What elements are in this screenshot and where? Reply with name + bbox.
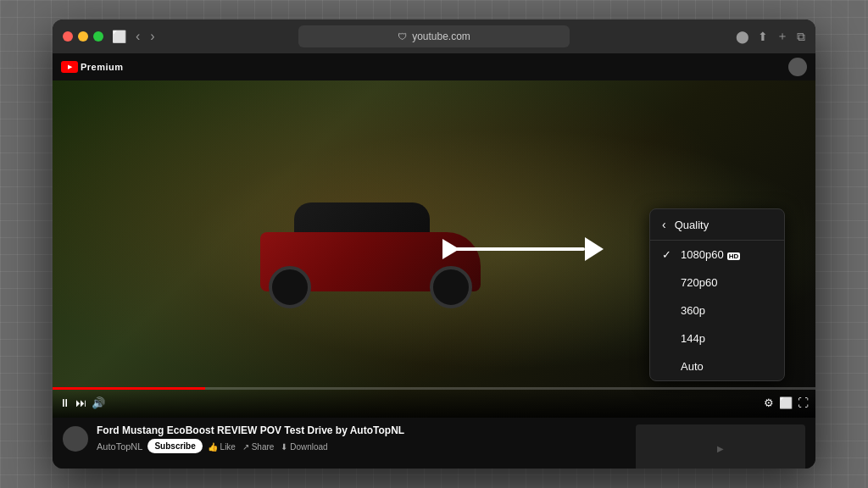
video-container[interactable]: ‹ Quality ✓ 1080p60HD 720p60 360p 144p [53, 80, 815, 418]
channel-row: AutoTopNL Subscribe 👍 Like ↗ Share ⬇ Dow… [97, 439, 627, 453]
download-button[interactable]: ⬇ Download [281, 442, 327, 452]
video-actions: 👍 Like ↗ Share ⬇ Download [208, 442, 328, 452]
quality-label-1080p60: 1080p60HD [681, 248, 740, 261]
hd-badge: HD [727, 252, 741, 260]
url-text: youtube.com [412, 30, 470, 42]
recommended-thumbnail[interactable]: ▶ [636, 424, 805, 469]
share-button[interactable]: ↗ Share [242, 442, 274, 452]
annotation-arrow [449, 237, 604, 261]
back-nav-button[interactable]: ‹ [132, 29, 143, 44]
progress-bar[interactable] [53, 387, 815, 390]
check-icon: ✓ [662, 248, 674, 261]
tab-icon: ⬜ [112, 30, 125, 43]
car-wheel-right [430, 266, 472, 308]
settings-button[interactable]: ⚙ [764, 396, 774, 409]
controls-right: ⚙ ⬜ ⛶ [764, 396, 809, 409]
close-button[interactable] [63, 31, 73, 42]
address-bar[interactable]: 🛡 youtube.com [298, 25, 570, 47]
quality-label-auto: Auto [681, 360, 704, 373]
tabs-icon[interactable]: ⧉ [797, 30, 805, 44]
video-details: Ford Mustang EcoBoost REVIEW POV Test Dr… [97, 424, 627, 453]
youtube-logo-icon [61, 61, 78, 73]
browser-window: ⬜ ‹ › 🛡 youtube.com ⬤ ⬆ ＋ ⧉ Premium [53, 19, 815, 469]
subscribe-button[interactable]: Subscribe [147, 439, 202, 453]
play-button[interactable]: ⏸ [59, 396, 70, 409]
quality-menu-header: ‹ Quality [650, 209, 784, 241]
maximize-button[interactable] [93, 31, 103, 42]
quality-menu-title: Quality [675, 219, 709, 231]
quality-back-button[interactable]: ‹ [662, 218, 666, 231]
nav-buttons: ‹ › [132, 29, 159, 44]
tab-controls: ⬜ [112, 30, 125, 43]
traffic-lights [63, 31, 103, 42]
video-title: Ford Mustang EcoBoost REVIEW POV Test Dr… [97, 424, 627, 436]
quality-option-1080p60[interactable]: ✓ 1080p60HD [650, 241, 784, 269]
quality-label-144p: 144p [681, 332, 705, 345]
title-bar: ⬜ ‹ › 🛡 youtube.com ⬤ ⬆ ＋ ⧉ [53, 19, 815, 53]
quality-option-auto[interactable]: Auto [650, 352, 784, 380]
youtube-logo: Premium [61, 61, 124, 73]
car-wheel-left [269, 266, 311, 308]
title-bar-right: ⬤ ⬆ ＋ ⧉ [736, 29, 805, 44]
youtube-logo-text: Premium [81, 62, 124, 72]
quality-option-360p[interactable]: 360p [650, 297, 784, 324]
volume-button[interactable]: 🔊 [92, 396, 105, 409]
quality-label-720p60: 720p60 [681, 276, 717, 289]
user-avatar[interactable] [788, 58, 807, 76]
thumbnail-placeholder: ▶ [717, 444, 724, 453]
video-info: Ford Mustang EcoBoost REVIEW POV Test Dr… [53, 418, 815, 469]
quality-option-720p60[interactable]: 720p60 [650, 269, 784, 297]
quality-option-144p[interactable]: 144p [650, 324, 784, 352]
channel-name[interactable]: AutoTopNL [97, 441, 142, 452]
fullscreen-button[interactable]: ⛶ [798, 396, 809, 409]
arrow-head [585, 237, 604, 261]
yt-toolbar-right [788, 58, 807, 76]
skip-button[interactable]: ⏭ [75, 396, 86, 409]
share-icon[interactable]: ⬆ [758, 30, 768, 43]
channel-avatar [63, 426, 88, 452]
youtube-toolbar: Premium [53, 53, 815, 80]
progress-fill [53, 387, 205, 390]
quality-label-360p: 360p [681, 304, 705, 317]
like-button[interactable]: 👍 Like [208, 442, 236, 452]
quality-menu: ‹ Quality ✓ 1080p60HD 720p60 360p 144p [649, 208, 785, 381]
shield-icon: 🛡 [398, 31, 407, 42]
minimize-button[interactable] [78, 31, 88, 42]
new-tab-icon[interactable]: ＋ [776, 29, 788, 44]
forward-nav-button[interactable]: › [147, 29, 158, 44]
arrow-line [449, 247, 585, 251]
profile-icon[interactable]: ⬤ [736, 30, 749, 43]
video-controls: ⏸ ⏭ 🔊 ⚙ ⬜ ⛶ [53, 387, 815, 418]
theater-button[interactable]: ⬜ [779, 396, 793, 409]
